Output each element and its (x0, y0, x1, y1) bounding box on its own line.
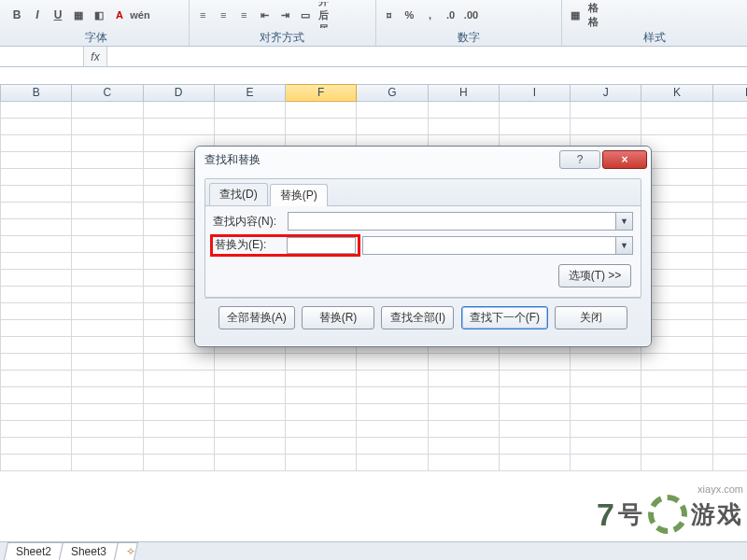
fx-icon[interactable]: fx (84, 50, 106, 63)
find-next-button[interactable]: 查找下一个(F) (461, 306, 548, 329)
col-header[interactable]: H (428, 84, 499, 101)
comma-icon[interactable]: , (423, 7, 438, 22)
replace-all-button[interactable]: 全部替换(A) (218, 306, 295, 329)
col-header[interactable]: E (214, 84, 285, 101)
find-replace-dialog: 查找和替换 ? × 查找(D) 替换(P) 查找内容(N): ▼ 替换为(E):… (194, 146, 652, 347)
font-buttons: B I U ▦ ◧ A wén (9, 2, 183, 28)
replace-label: 替换为(E): (215, 237, 284, 253)
font-color-icon[interactable]: A (112, 7, 127, 22)
ribbon-group-align: ≡ ≡ ≡ ⇤ ⇥ ▭ 合并后居中 对齐方式 (190, 0, 375, 46)
italic-icon[interactable]: I (30, 7, 45, 22)
highlight-box: 替换为(E): (210, 234, 360, 257)
find-all-button[interactable]: 查找全部(I) (381, 306, 454, 329)
find-input[interactable]: ▼ (288, 212, 633, 231)
col-header[interactable]: I (499, 84, 570, 101)
table-row (1, 454, 748, 470)
table-row (1, 353, 748, 370)
chevron-down-icon[interactable]: ▼ (615, 213, 632, 230)
column-header-row: B C D E F G H I J K L (1, 84, 748, 101)
table-row (1, 420, 748, 437)
dialog-titlebar[interactable]: 查找和替换 ? × (195, 147, 651, 173)
ribbon-group-number: ¤ % , .0 .00 数字 (376, 0, 562, 46)
ribbon-label-font: 字体 (9, 28, 183, 46)
table-row (1, 101, 748, 118)
fill-color-icon[interactable]: ◧ (92, 7, 106, 22)
align-buttons: ≡ ≡ ≡ ⇤ ⇥ ▭ 合并后居中 (195, 2, 369, 28)
watermark-suffix: 号 (618, 498, 644, 531)
table-row (1, 386, 748, 403)
indent-inc-icon[interactable]: ⇥ (277, 7, 292, 22)
ribbon-group-font: B I U ▦ ◧ A wén 字体 (4, 0, 190, 46)
replace-input-visible[interactable] (287, 237, 356, 254)
sheet-tab[interactable]: Sheet3 (59, 542, 119, 560)
underline-icon[interactable]: U (50, 7, 65, 22)
border-icon[interactable]: ▦ (71, 7, 86, 22)
formula-input[interactable] (106, 47, 747, 66)
find-label: 查找内容(N): (213, 214, 288, 230)
dialog-title: 查找和替换 (204, 152, 557, 168)
percent-icon[interactable]: % (402, 7, 417, 22)
watermark-url: xiayx.com (597, 483, 743, 495)
tab-find[interactable]: 查找(D) (209, 183, 268, 205)
close-button[interactable]: × (602, 150, 647, 169)
col-header[interactable]: D (143, 84, 214, 101)
table-row (1, 370, 748, 386)
name-box[interactable] (0, 47, 84, 66)
indent-dec-icon[interactable]: ⇤ (257, 7, 272, 22)
sheet-tab[interactable]: Sheet2 (4, 542, 63, 560)
col-header[interactable]: K (641, 84, 712, 101)
ribbon-label-number: 数字 (382, 28, 556, 46)
sheet-tabs: Sheet2 Sheet3 ✧ (0, 541, 747, 560)
chevron-down-icon[interactable]: ▼ (615, 237, 632, 254)
watermark-cn: 游戏 (691, 498, 743, 531)
new-sheet-button[interactable]: ✧ (114, 542, 138, 560)
table-row (1, 118, 748, 134)
options-button[interactable]: 选项(T) >> (558, 264, 631, 287)
number-buttons: ¤ % , .0 .00 (382, 2, 556, 28)
col-header[interactable]: B (1, 84, 72, 101)
col-header[interactable]: J (571, 84, 641, 101)
dialog-button-row: 全部替换(A) 替换(R) 查找全部(I) 查找下一个(F) 关闭 (204, 298, 641, 337)
dialog-tabstrip: 查找(D) 替换(P) (205, 179, 641, 206)
ribbon-label-align: 对齐方式 (195, 28, 369, 46)
ribbon-group-style: ▦ 表格格式 样式 (562, 0, 747, 46)
col-header[interactable]: C (72, 84, 143, 101)
style-buttons: ▦ 表格格式 (568, 2, 741, 28)
table-row (1, 437, 748, 454)
table-row (1, 403, 748, 420)
globe-icon (648, 495, 687, 534)
replace-input[interactable]: ▼ (362, 236, 633, 255)
align-right-icon[interactable]: ≡ (236, 7, 251, 22)
watermark-seven: 7 (597, 497, 614, 533)
align-center-icon[interactable]: ≡ (216, 7, 231, 22)
merge-cells-icon[interactable]: ▭ (298, 7, 313, 22)
currency-icon[interactable]: ¤ (382, 7, 397, 22)
col-header[interactable]: L (712, 84, 747, 101)
col-header[interactable]: G (357, 84, 428, 101)
tab-replace[interactable]: 替换(P) (270, 184, 328, 206)
align-left-icon[interactable]: ≡ (195, 7, 210, 22)
bold-icon[interactable]: B (9, 7, 24, 22)
find-row: 查找内容(N): ▼ (213, 212, 633, 231)
ribbon: B I U ▦ ◧ A wén 字体 ≡ ≡ ≡ ⇤ ⇥ ▭ 合并后居中 对齐方… (0, 0, 747, 47)
watermark: xiayx.com 7 号 游戏 (597, 483, 743, 534)
merge-center-button[interactable]: 合并后居中 (318, 7, 333, 22)
replace-button[interactable]: 替换(R) (302, 306, 374, 329)
ribbon-label-style: 样式 (568, 28, 741, 46)
help-button[interactable]: ? (559, 150, 600, 169)
table-format-button[interactable]: 表格格式 (588, 7, 603, 22)
table-format-icon[interactable]: ▦ (568, 7, 583, 22)
new-sheet-icon: ✧ (126, 545, 135, 558)
formula-bar: fx (0, 47, 747, 67)
close-dialog-button[interactable]: 关闭 (555, 306, 627, 329)
dec-decimal-icon[interactable]: .00 (464, 7, 479, 22)
phonetic-icon[interactable]: wén (133, 7, 148, 22)
dialog-frame: 查找(D) 替换(P) 查找内容(N): ▼ 替换为(E): ▼ 选项(T) >… (204, 178, 641, 298)
col-header-selected[interactable]: F (286, 84, 357, 101)
inc-decimal-icon[interactable]: .0 (444, 7, 458, 22)
replace-row: 替换为(E): ▼ (213, 234, 633, 257)
